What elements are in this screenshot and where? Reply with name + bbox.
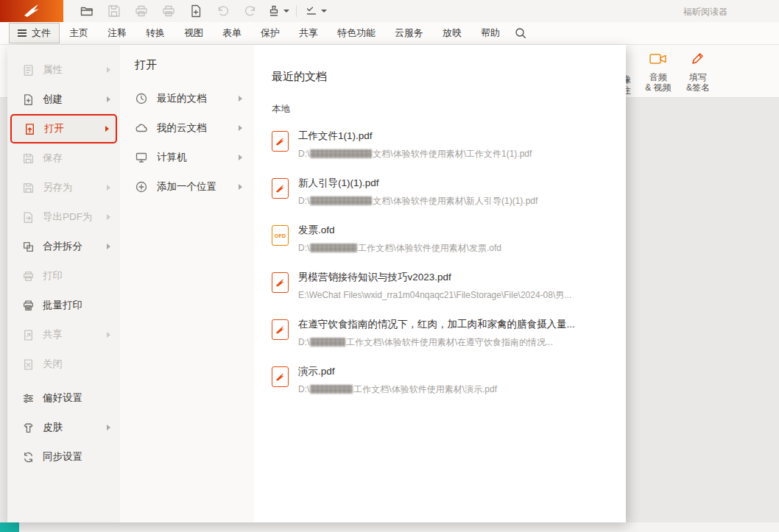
file-menu-panel: 属性 创建 打开 保存 另存为 导出PDF为 合并拆分: [7, 45, 626, 522]
menu-tab-protect[interactable]: 保护: [251, 23, 289, 43]
file-name: 发票.ofd: [298, 224, 501, 237]
ribbon-audio-video-label: 音频 & 视频: [638, 72, 678, 93]
open-folder-icon[interactable]: [78, 2, 96, 20]
sidebar-item-open[interactable]: 打开: [10, 114, 117, 143]
chevron-right-icon: [107, 67, 110, 73]
customize-caret-icon: [321, 10, 327, 13]
pdf-file-icon: [272, 178, 289, 199]
customize-toolbar-icon[interactable]: [306, 2, 324, 20]
sidebar-item-create[interactable]: 创建: [7, 85, 120, 114]
chevron-right-icon: [107, 214, 110, 220]
hand-tool-caret-icon: [283, 10, 289, 13]
ribbon-audio-video-button[interactable]: 音频 & 视频: [638, 51, 678, 93]
ribbon-fill-sign-button[interactable]: 填写 &签名: [678, 51, 718, 93]
file-path: D:\工作文档\体验软件使用素材\演示.pdf: [298, 383, 497, 396]
chevron-right-icon: [107, 185, 110, 191]
app-title: 福昕阅读器: [683, 6, 727, 18]
menu-tab-share[interactable]: 共享: [289, 23, 328, 43]
open-item-computer[interactable]: 计算机: [120, 143, 254, 172]
recent-file-row[interactable]: 新人引导(1)(1).pdf D:\文档\体验软件使用素材\新人引导(1)(1)…: [272, 169, 611, 216]
chevron-right-icon: [239, 96, 242, 102]
chevron-right-icon: [105, 126, 109, 132]
menu-tab-cloud-services[interactable]: 云服务: [385, 23, 433, 43]
titlebar: 福昕阅读器: [0, 0, 779, 22]
status-accent-chip: [0, 522, 19, 532]
foxit-logo[interactable]: [0, 0, 63, 22]
recent-file-row[interactable]: 工作文件1(1).pdf D:\文档\体验软件使用素材\工作文件1(1).pdf: [272, 121, 611, 169]
print-icon[interactable]: [133, 2, 150, 20]
recent-file-row[interactable]: 男模营销接待知识与技巧v2023.pdf E:\WeChat Files\wxi…: [272, 263, 611, 310]
file-path: D:\文档\体验软件使用素材\新人引导(1)(1).pdf: [298, 195, 537, 208]
recent-documents-panel: 最近的文档 本地 工作文件1(1).pdf D:\文档\体验软件使用素材\工作文…: [254, 45, 626, 522]
menu-tab-special-features[interactable]: 特色功能: [328, 23, 385, 43]
menu-tab-convert[interactable]: 转换: [136, 23, 175, 43]
menu-tab-play[interactable]: 放映: [433, 23, 471, 43]
hand-tool-icon[interactable]: [269, 2, 286, 20]
menu-tab-comment[interactable]: 注释: [98, 23, 136, 43]
print-current-icon[interactable]: [160, 2, 177, 20]
recent-file-row[interactable]: 在遵守饮食指南的情况下，红肉，加工肉和家禽的膳食摄入量... D:\工作文档\体…: [272, 310, 611, 357]
sidebar-item-batch-print[interactable]: 批量打印: [7, 291, 120, 320]
search-icon[interactable]: [514, 26, 527, 40]
status-bar: [0, 522, 779, 532]
redo-icon[interactable]: [242, 2, 259, 20]
menu-file-label: 文件: [32, 26, 51, 40]
chevron-right-icon: [239, 125, 242, 131]
chevron-right-icon: [107, 244, 110, 249]
sidebar-item-save[interactable]: 保存: [7, 143, 120, 173]
chevron-right-icon: [239, 155, 242, 160]
redacted-path-segment: [310, 244, 357, 252]
recent-file-list: 工作文件1(1).pdf D:\文档\体验软件使用素材\工作文件1(1).pdf…: [272, 121, 611, 404]
file-name: 在遵守饮食指南的情况下，红肉，加工肉和家禽的膳食摄入量...: [298, 318, 575, 331]
menubar: 文件 主页 注释 转换 视图 表单 保护 共享 特色功能 云服务 放映 帮助: [0, 22, 779, 45]
ribbon-fill-sign-label: 填写 &签名: [678, 72, 718, 93]
recent-docs-title: 最近的文档: [272, 70, 611, 84]
sidebar-item-print[interactable]: 打印: [7, 261, 120, 291]
local-group-label: 本地: [272, 103, 611, 116]
open-item-recent-docs[interactable]: 最近的文档: [120, 84, 254, 113]
menu-tab-form[interactable]: 表单: [213, 23, 251, 43]
file-path: E:\WeChat Files\wxid_rra1m04nqaqc21\File…: [298, 289, 571, 302]
sidebar-item-sync-settings[interactable]: 同步设置: [7, 442, 120, 472]
sidebar-item-merge-split[interactable]: 合并拆分: [7, 232, 120, 261]
menu-tab-help[interactable]: 帮助: [471, 23, 510, 43]
recent-file-row[interactable]: OFD 发票.ofd D:\工作文档\体验软件使用素材\发票.ofd: [272, 216, 611, 263]
sidebar-item-skin[interactable]: 皮肤: [7, 413, 120, 442]
sidebar-item-preferences[interactable]: 偏好设置: [7, 383, 120, 413]
sidebar-item-save-as[interactable]: 另存为: [7, 173, 120, 202]
pdf-file-icon: [272, 272, 289, 293]
sidebar-item-share[interactable]: 共享: [7, 320, 120, 350]
chevron-right-icon: [107, 425, 110, 430]
open-submenu-title: 打开: [120, 58, 254, 72]
chevron-right-icon: [107, 332, 110, 338]
menu-file-button[interactable]: 文件: [9, 23, 60, 43]
hamburger-icon: [18, 32, 27, 34]
redacted-path-segment: [310, 196, 372, 205]
recent-file-row[interactable]: 演示.pdf D:\工作文档\体验软件使用素材\演示.pdf: [272, 357, 611, 404]
file-path: D:\文档\体验软件使用素材\工作文件1(1).pdf: [298, 148, 532, 160]
file-name: 男模营销接待知识与技巧v2023.pdf: [298, 271, 571, 284]
pdf-file-icon: [272, 366, 289, 387]
open-item-cloud-docs[interactable]: 我的云文档: [120, 113, 254, 143]
file-menu-sidebar: 属性 创建 打开 保存 另存为 导出PDF为 合并拆分: [7, 45, 120, 522]
sidebar-item-close[interactable]: 关闭: [7, 350, 120, 379]
file-name: 新人引导(1)(1).pdf: [298, 177, 537, 190]
ofd-file-icon: OFD: [272, 225, 289, 246]
toolbar-separator: [296, 5, 297, 17]
open-item-add-place[interactable]: 添加一个位置: [120, 172, 254, 202]
redacted-path-segment: [310, 385, 353, 394]
create-page-icon[interactable]: [187, 2, 205, 20]
pdf-file-icon: [272, 131, 289, 152]
save-icon[interactable]: [105, 2, 123, 20]
sidebar-item-export-pdf[interactable]: 导出PDF为: [7, 202, 120, 232]
file-name: 工作文件1(1).pdf: [298, 130, 532, 143]
file-path: D:\工作文档\体验软件使用素材\在遵守饮食指南的情况...: [298, 336, 575, 349]
redacted-path-segment: [310, 149, 372, 158]
redacted-path-segment: [310, 338, 345, 347]
chevron-right-icon: [107, 96, 110, 102]
menu-tab-home[interactable]: 主页: [60, 23, 98, 43]
sidebar-item-properties[interactable]: 属性: [7, 55, 120, 85]
file-path: D:\工作文档\体验软件使用素材\发票.ofd: [298, 242, 501, 255]
menu-tab-view[interactable]: 视图: [175, 23, 213, 43]
undo-icon[interactable]: [214, 2, 232, 20]
